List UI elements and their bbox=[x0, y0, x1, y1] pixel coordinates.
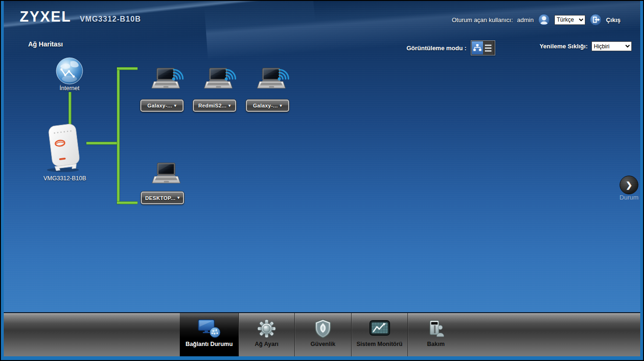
language-icon bbox=[538, 14, 550, 26]
session-bar: Oturum açan kullanıcı: admin Türkçe Çıkı… bbox=[452, 14, 621, 26]
view-mode-group: Görüntüleme modu : bbox=[406, 40, 495, 55]
nav-item-network-setting[interactable]: Ağ Ayarı bbox=[238, 313, 294, 356]
system-monitor-icon bbox=[369, 320, 391, 338]
nav-item-connection-status[interactable]: Bağlantı Durumu bbox=[180, 313, 238, 356]
session-user-value: admin bbox=[517, 16, 534, 23]
refresh-interval-select[interactable]: Hiçbiri bbox=[591, 41, 632, 51]
nav-label: Bağlantı Durumu bbox=[185, 341, 233, 347]
status-panel-button[interactable]: ❯ bbox=[620, 176, 638, 194]
view-mode-list-button[interactable] bbox=[483, 41, 493, 54]
nav-item-security[interactable]: Güvenlik bbox=[294, 313, 351, 356]
nav-label: Ağ Ayarı bbox=[255, 341, 278, 347]
device-dropdown-button[interactable]: Galaxy-... ▾ bbox=[140, 100, 184, 112]
link-branch-bottom bbox=[117, 201, 138, 204]
main-nav: Bağlantı Durumu bbox=[4, 312, 640, 356]
wifi-signal-icon bbox=[171, 66, 187, 81]
view-mode-label: Görüntüleme modu : bbox=[406, 45, 467, 52]
nav-spacer bbox=[4, 313, 180, 356]
connection-status-icon bbox=[198, 319, 221, 338]
nav-label: Bakım bbox=[427, 341, 445, 347]
nav-label: Güvenlik bbox=[311, 341, 336, 347]
logout-icon[interactable] bbox=[590, 14, 602, 26]
wifi-signal-icon bbox=[224, 66, 240, 81]
device-name: DESKTOP... bbox=[145, 195, 176, 201]
internet-globe-icon bbox=[56, 57, 83, 84]
dropdown-caret-icon: ▾ bbox=[174, 104, 176, 108]
list-view-icon bbox=[485, 45, 491, 46]
dropdown-caret-icon: ▾ bbox=[229, 104, 231, 108]
internet-label: İnternet bbox=[48, 85, 91, 92]
nav-item-system-monitor[interactable]: Sistem Monitörü bbox=[351, 313, 407, 356]
device-dropdown-button[interactable]: Galaxy-... ▾ bbox=[246, 100, 289, 112]
router-label: VMG3312-B10B bbox=[23, 175, 107, 182]
laptop-icon bbox=[151, 162, 181, 186]
router-device-icon bbox=[38, 122, 90, 173]
refresh-group: Yenileme Sıklığı: Hiçbiri bbox=[539, 41, 632, 51]
gear-icon bbox=[257, 319, 276, 338]
view-mode-toggle bbox=[471, 40, 495, 55]
device-dropdown-button[interactable]: DESKTOP... ▾ bbox=[141, 192, 184, 204]
refresh-interval-label: Yenileme Sıklığı: bbox=[539, 43, 588, 50]
tree-view-icon bbox=[473, 44, 482, 52]
device-name: RedmiS2... bbox=[198, 103, 226, 108]
zyxel-logo: ZYXEL bbox=[20, 8, 71, 25]
device-dropdown-button[interactable]: RedmiS2... ▾ bbox=[193, 100, 236, 112]
nav-item-maintenance[interactable]: Bakım bbox=[407, 313, 464, 356]
page-title: Ağ Haritası bbox=[28, 40, 63, 48]
shield-icon bbox=[314, 319, 332, 338]
link-trunk bbox=[117, 67, 120, 204]
dropdown-caret-icon: ▾ bbox=[280, 104, 282, 108]
nav-label: Sistem Monitörü bbox=[357, 341, 403, 347]
chevron-right-icon: ❯ bbox=[626, 180, 632, 190]
nav-spacer bbox=[464, 313, 640, 356]
dropdown-caret-icon: ▾ bbox=[177, 196, 180, 200]
link-branch-top bbox=[117, 67, 138, 70]
wifi-signal-icon bbox=[277, 66, 293, 81]
logout-button[interactable]: Çıkış bbox=[606, 16, 621, 23]
status-panel-label: Durum bbox=[611, 194, 640, 201]
view-mode-tree-button[interactable] bbox=[472, 41, 483, 54]
language-select[interactable]: Türkçe bbox=[554, 15, 585, 25]
device-name: Galaxy-... bbox=[253, 103, 278, 108]
device-name: Galaxy-... bbox=[147, 103, 172, 108]
device-model-title: VMG3312-B10B bbox=[80, 15, 141, 23]
link-router-trunk bbox=[86, 142, 118, 145]
page-frame: ZYXEL VMG3312-B10B Oturum açan kullanıcı… bbox=[1, 1, 643, 360]
router-admin-window: ZYXEL VMG3312-B10B Oturum açan kullanıcı… bbox=[0, 0, 644, 361]
link-internet-router bbox=[69, 92, 71, 125]
maintenance-icon bbox=[427, 319, 445, 338]
session-user-label: Oturum açan kullanıcı: bbox=[452, 16, 513, 23]
network-map-area: ZYXEL VMG3312-B10B Oturum açan kullanıcı… bbox=[4, 1, 640, 312]
brand-area: ZYXEL VMG3312-B10B bbox=[20, 8, 141, 25]
